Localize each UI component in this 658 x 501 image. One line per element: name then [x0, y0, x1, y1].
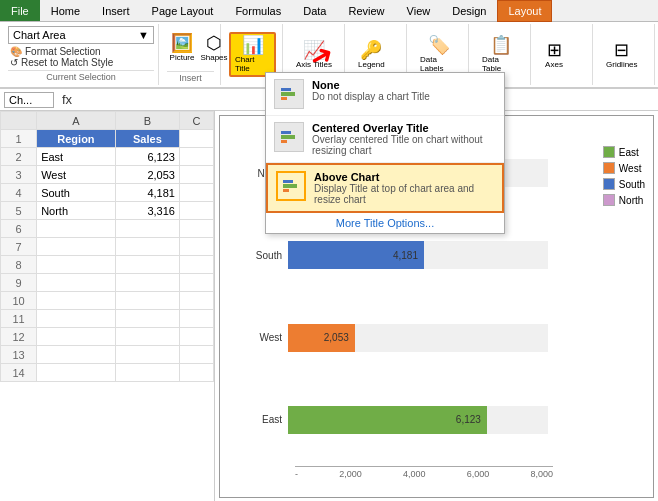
tab-view[interactable]: View — [396, 0, 442, 21]
format-selection-link[interactable]: 🎨 Format Selection — [8, 46, 154, 57]
cell-b11[interactable] — [115, 310, 179, 328]
legend-color — [603, 162, 615, 174]
legend-label: North — [619, 195, 643, 206]
cell-b5[interactable]: 3,316 — [115, 202, 179, 220]
bar-container: 2,053 — [288, 324, 548, 352]
table-row[interactable]: 3 West 2,053 — [1, 166, 214, 184]
dropdown-text-none: None Do not display a chart Title — [312, 79, 496, 102]
cell-c14[interactable] — [179, 364, 213, 382]
cell-b14[interactable] — [115, 364, 179, 382]
cell-c12[interactable] — [179, 328, 213, 346]
table-row[interactable]: 4 South 4,181 — [1, 184, 214, 202]
legend-button[interactable]: 🔑 Legend — [353, 38, 390, 72]
cell-c6[interactable] — [179, 220, 213, 238]
cell-a11[interactable] — [37, 310, 116, 328]
name-box[interactable] — [4, 92, 54, 108]
cell-a1[interactable]: Region — [37, 130, 116, 148]
cell-c2[interactable] — [179, 148, 213, 166]
tab-review[interactable]: Review — [337, 0, 395, 21]
cell-a13[interactable] — [37, 346, 116, 364]
picture-button[interactable]: 🖼️ Picture — [167, 31, 197, 65]
cell-b13[interactable] — [115, 346, 179, 364]
tab-page-layout[interactable]: Page Layout — [141, 0, 225, 21]
data-labels-button[interactable]: 🏷️ Data Labels — [415, 33, 462, 76]
cell-a5[interactable]: North — [37, 202, 116, 220]
cell-b7[interactable] — [115, 238, 179, 256]
row-number: 7 — [1, 238, 37, 256]
cell-c7[interactable] — [179, 238, 213, 256]
cell-b12[interactable] — [115, 328, 179, 346]
cell-b6[interactable] — [115, 220, 179, 238]
more-title-options[interactable]: More Title Options... — [266, 213, 504, 233]
table-row[interactable]: 12 — [1, 328, 214, 346]
cell-a2[interactable]: East — [37, 148, 116, 166]
tab-home[interactable]: Home — [40, 0, 91, 21]
dropdown-icon-none — [274, 79, 304, 109]
legend-item: East — [603, 146, 645, 158]
cell-b10[interactable] — [115, 292, 179, 310]
cell-b9[interactable] — [115, 274, 179, 292]
svg-rect-5 — [281, 140, 287, 143]
bar-label: South — [240, 250, 282, 261]
cell-a10[interactable] — [37, 292, 116, 310]
dropdown-item-centered-overlay[interactable]: Centered Overlay Title Overlay centered … — [266, 116, 504, 163]
cell-a8[interactable] — [37, 256, 116, 274]
bar-container: 4,181 — [288, 241, 548, 269]
cell-a6[interactable] — [37, 220, 116, 238]
current-selection-dropdown[interactable]: Chart Area ▼ — [8, 26, 154, 44]
current-selection-links: 🎨 Format Selection ↺ Reset to Match Styl… — [8, 46, 154, 68]
dropdown-item-none[interactable]: None Do not display a chart Title — [266, 73, 504, 116]
cell-c11[interactable] — [179, 310, 213, 328]
x-axis: - 2,000 4,000 6,000 8,000 — [295, 466, 553, 479]
gridlines-button[interactable]: ⊟ Gridlines — [601, 38, 643, 72]
cell-a14[interactable] — [37, 364, 116, 382]
data-table-button[interactable]: 📋 Data Table — [477, 33, 524, 76]
table-row[interactable]: 6 — [1, 220, 214, 238]
row-number: 8 — [1, 256, 37, 274]
cell-c1[interactable] — [179, 130, 213, 148]
table-row[interactable]: 8 — [1, 256, 214, 274]
reset-to-match-style-link[interactable]: ↺ Reset to Match Style — [8, 57, 154, 68]
tab-design[interactable]: Design — [441, 0, 497, 21]
cell-b4[interactable]: 4,181 — [115, 184, 179, 202]
chart-title-button[interactable]: 📊 Chart Title — [229, 32, 276, 77]
cell-c3[interactable] — [179, 166, 213, 184]
table-row[interactable]: 2 East 6,123 — [1, 148, 214, 166]
cell-c9[interactable] — [179, 274, 213, 292]
cell-c4[interactable] — [179, 184, 213, 202]
cell-a9[interactable] — [37, 274, 116, 292]
tab-file[interactable]: File — [0, 0, 40, 21]
dropdown-item-above-chart[interactable]: Above Chart Display Title at top of char… — [266, 163, 504, 213]
cell-c10[interactable] — [179, 292, 213, 310]
cell-a12[interactable] — [37, 328, 116, 346]
tab-data[interactable]: Data — [292, 0, 337, 21]
legend-item: North — [603, 194, 645, 206]
table-row[interactable]: 13 — [1, 346, 214, 364]
table-row[interactable]: 9 — [1, 274, 214, 292]
chart-title-icon: 📊 — [242, 36, 264, 54]
table-row[interactable]: 5 North 3,316 — [1, 202, 214, 220]
cell-c8[interactable] — [179, 256, 213, 274]
tab-insert[interactable]: Insert — [91, 0, 141, 21]
bar: 2,053 — [288, 324, 355, 352]
axes-button[interactable]: ⊞ Axes — [539, 38, 569, 72]
cell-b8[interactable] — [115, 256, 179, 274]
cell-b1[interactable]: Sales — [115, 130, 179, 148]
cell-b3[interactable]: 2,053 — [115, 166, 179, 184]
table-row[interactable]: 14 — [1, 364, 214, 382]
table-row[interactable]: 10 — [1, 292, 214, 310]
table-row[interactable]: 7 — [1, 238, 214, 256]
dropdown-desc-centered-overlay: Overlay centered Title on chart without … — [312, 134, 496, 156]
tab-layout[interactable]: Layout — [497, 0, 552, 22]
cell-c13[interactable] — [179, 346, 213, 364]
cell-a4[interactable]: South — [37, 184, 116, 202]
tab-formulas[interactable]: Formulas — [224, 0, 292, 21]
cell-a3[interactable]: West — [37, 166, 116, 184]
cell-a7[interactable] — [37, 238, 116, 256]
insert-group: 🖼️ Picture ⬡ Shapes 𝐴 Text Box Insert — [161, 24, 221, 85]
table-row[interactable]: 1 Region Sales — [1, 130, 214, 148]
table-row[interactable]: 11 — [1, 310, 214, 328]
svg-rect-4 — [281, 131, 291, 134]
cell-b2[interactable]: 6,123 — [115, 148, 179, 166]
cell-c5[interactable] — [179, 202, 213, 220]
